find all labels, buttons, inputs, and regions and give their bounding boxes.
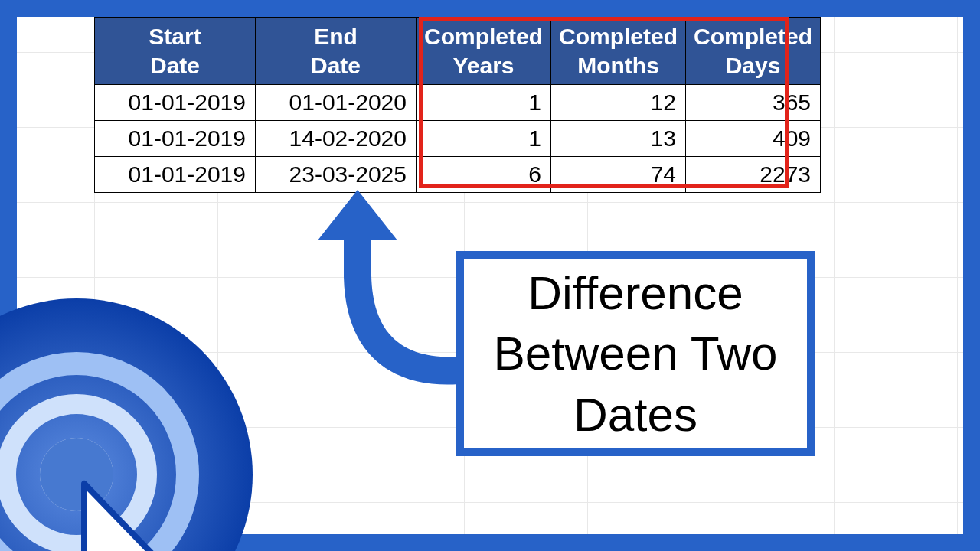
brand-logo-icon — [0, 291, 260, 551]
cell-start[interactable]: 01-01-2019 — [95, 85, 256, 121]
cell-months[interactable]: 12 — [551, 85, 686, 121]
header-end-date: EndDate — [256, 18, 416, 85]
header-days: CompletedDays — [686, 18, 821, 85]
cell-days[interactable]: 2273 — [686, 157, 821, 193]
cell-days[interactable]: 365 — [686, 85, 821, 121]
curved-arrow-icon — [304, 185, 472, 407]
table-row: 01-01-2019 01-01-2020 1 12 365 — [95, 85, 821, 121]
cell-months[interactable]: 13 — [551, 121, 686, 157]
callout-text: Difference Between Two Dates — [472, 262, 799, 445]
cell-end[interactable]: 14-02-2020 — [256, 121, 416, 157]
cell-days[interactable]: 409 — [686, 121, 821, 157]
header-start-date: StartDate — [95, 18, 256, 85]
cell-start[interactable]: 01-01-2019 — [95, 157, 256, 193]
header-years: CompletedYears — [416, 18, 551, 85]
cell-months[interactable]: 74 — [551, 157, 686, 193]
cell-end[interactable]: 01-01-2020 — [256, 85, 416, 121]
cell-start[interactable]: 01-01-2019 — [95, 121, 256, 157]
table-row: 01-01-2019 14-02-2020 1 13 409 — [95, 121, 821, 157]
callout-box: Difference Between Two Dates — [456, 251, 815, 456]
cell-years[interactable]: 1 — [416, 121, 551, 157]
header-months: CompletedMonths — [551, 18, 686, 85]
date-diff-table: StartDate EndDate CompletedYears Complet… — [94, 17, 821, 193]
table-header-row: StartDate EndDate CompletedYears Complet… — [95, 18, 821, 85]
cell-years[interactable]: 1 — [416, 85, 551, 121]
